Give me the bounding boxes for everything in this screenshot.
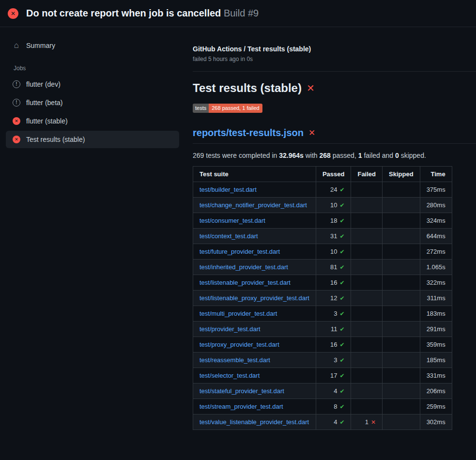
sidebar-summary-label: Summary <box>26 42 55 49</box>
passed-cell: 3✔ <box>316 306 351 322</box>
x-icon: ✕ <box>371 419 376 426</box>
jobs-section-label: Jobs <box>14 65 185 72</box>
failed-status-icon: ✕ <box>13 136 20 143</box>
report-heading: reports/test-results.json ✕ <box>193 127 476 144</box>
suite-cell: test/stateful_provider_test.dart <box>193 383 316 399</box>
suite-cell: test/inherited_provider_test.dart <box>193 260 316 275</box>
test-suite-link[interactable]: test/listenable_provider_test.dart <box>200 279 291 286</box>
check-icon: ✔ <box>339 264 344 271</box>
passed-count: 16 <box>330 279 337 286</box>
badge-value: 268 passed, 1 failed <box>209 104 262 113</box>
tests-badge: tests 268 passed, 1 failed <box>193 104 262 113</box>
check-icon: ✔ <box>339 403 344 410</box>
test-suite-link[interactable]: test/selector_test.dart <box>200 372 260 379</box>
passed-count: 3 <box>334 310 337 317</box>
suite-cell: test/multi_provider_test.dart <box>193 306 316 322</box>
test-suite-link[interactable]: test/consumer_test.dart <box>200 217 265 224</box>
test-suite-link[interactable]: test/stream_provider_test.dart <box>200 403 283 410</box>
test-suite-link[interactable]: test/multi_provider_test.dart <box>200 310 277 317</box>
passed-cell: 10✔ <box>316 198 351 213</box>
failed-cell: ✕ <box>351 244 383 260</box>
failed-cell: ✕ <box>351 322 383 337</box>
run-header: ✕ Do not create report when job is cance… <box>0 0 476 27</box>
passed-count: 4 <box>334 418 337 426</box>
failed-cell: ✕ <box>351 399 383 414</box>
report-file-link[interactable]: reports/test-results.json <box>193 127 304 138</box>
passed-count: 18 <box>330 217 337 224</box>
failed-cell: ✕ <box>351 383 383 399</box>
badge-label: tests <box>193 104 209 113</box>
time-cell: 375ms <box>420 182 452 198</box>
failed-cell: ✕ <box>351 353 383 368</box>
job-label: Test results (stable) <box>26 136 85 143</box>
skipped-cell <box>383 306 420 322</box>
passed-count: 11 <box>331 325 338 333</box>
passed-count: 10 <box>330 201 337 209</box>
sidebar-item-flutter-dev[interactable]: ! flutter (dev) <box>6 76 179 93</box>
test-suite-link[interactable]: test/proxy_provider_test.dart <box>200 341 279 348</box>
test-suite-link[interactable]: test/reassemble_test.dart <box>200 356 270 364</box>
test-suite-link[interactable]: test/future_provider_test.dart <box>200 248 280 255</box>
passed-cell: 24✔ <box>316 182 351 198</box>
test-suite-link[interactable]: test/value_listenable_provider_test.dart <box>200 418 309 426</box>
run-meta: failed 5 hours ago in 0s <box>193 56 476 62</box>
passed-count: 17 <box>330 372 337 379</box>
check-icon: ✔ <box>339 279 344 286</box>
failed-cell: ✕ <box>351 306 383 322</box>
summary-duration: 32.964s <box>279 152 304 159</box>
test-suite-link[interactable]: test/change_notifier_provider_test.dart <box>200 201 307 209</box>
time-cell: 185ms <box>420 353 452 368</box>
suite-cell: test/stream_provider_test.dart <box>193 399 316 414</box>
sidebar-item-flutter-stable[interactable]: ✕ flutter (stable) <box>6 112 179 130</box>
skipped-cell <box>383 383 420 399</box>
test-suite-link[interactable]: test/inherited_provider_test.dart <box>200 263 288 271</box>
summary-skipped-count: 0 <box>395 152 399 159</box>
passed-cell: 11✔ <box>316 322 351 337</box>
cancelled-icon: ! <box>13 99 20 107</box>
test-suite-link[interactable]: test/builder_test.dart <box>200 186 257 193</box>
failed-cell: ✕ <box>351 368 383 383</box>
table-row: test/multi_provider_test.dart 3✔ ✕ 183ms <box>193 306 452 322</box>
check-icon: ✔ <box>339 233 344 240</box>
failed-cell: ✕ <box>351 213 383 229</box>
sidebar-item-test-results-stable[interactable]: ✕ Test results (stable) <box>6 131 179 148</box>
column-header-passed: Passed <box>316 167 351 182</box>
failed-status-icon: ✕ <box>8 8 18 19</box>
suite-cell: test/proxy_provider_test.dart <box>193 337 316 353</box>
time-cell: 322ms <box>420 275 452 291</box>
check-icon: ✔ <box>339 310 344 317</box>
divider <box>193 71 476 72</box>
failed-status-icon: ✕ <box>13 117 20 125</box>
sidebar-item-summary[interactable]: ⌂ Summary <box>6 37 179 54</box>
summary-line: 269 tests were completed in 32.964s with… <box>193 152 476 159</box>
suite-cell: test/value_listenable_provider_test.dart <box>193 414 316 430</box>
time-cell: 291ms <box>420 322 452 337</box>
failed-cell: ✕ <box>351 337 383 353</box>
check-icon: ✔ <box>339 357 344 364</box>
test-suite-link[interactable]: test/provider_test.dart <box>200 325 261 333</box>
passed-cell: 4✔ <box>316 383 351 399</box>
cancelled-icon: ! <box>13 80 20 88</box>
suite-cell: test/builder_test.dart <box>193 182 316 198</box>
time-cell: 259ms <box>420 399 452 414</box>
failed-count: 1 <box>365 418 369 426</box>
passed-cell: 4✔ <box>316 414 351 430</box>
column-header-failed: Failed <box>351 167 383 182</box>
run-title-text: Do not create report when job is cancell… <box>26 8 221 18</box>
suite-cell: test/provider_test.dart <box>193 322 316 337</box>
passed-cell: 18✔ <box>316 213 351 229</box>
summary-text: with <box>304 152 320 159</box>
skipped-cell <box>383 275 420 291</box>
table-row: test/selector_test.dart 17✔ ✕ 331ms <box>193 368 452 383</box>
skipped-cell <box>383 198 420 213</box>
results-table-body: test/builder_test.dart 24✔ ✕ 375ms test/… <box>193 182 452 430</box>
test-suite-link[interactable]: test/context_test.dart <box>200 232 258 240</box>
sidebar-item-flutter-beta[interactable]: ! flutter (beta) <box>6 94 179 111</box>
passed-count: 8 <box>334 403 337 410</box>
job-label: flutter (dev) <box>26 80 61 88</box>
test-suite-link[interactable]: test/stateful_provider_test.dart <box>200 387 284 395</box>
time-cell: 311ms <box>420 291 452 306</box>
table-row: test/provider_test.dart 11✔ ✕ 291ms <box>193 322 452 337</box>
check-icon: ✔ <box>339 388 344 395</box>
test-suite-link[interactable]: test/listenable_proxy_provider_test.dart <box>200 294 309 302</box>
